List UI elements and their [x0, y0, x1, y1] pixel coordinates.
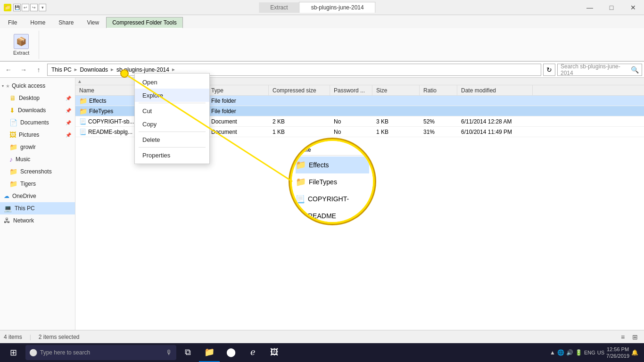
redo-btn[interactable]: ↪: [30, 4, 38, 11]
minimize-button[interactable]: —: [579, 0, 601, 15]
ribbon-extract-section: 📦 Extract: [4, 31, 39, 59]
sidebar-item-downloads[interactable]: ⬇ Downloads 📌: [0, 104, 75, 116]
refresh-button[interactable]: ↻: [543, 64, 555, 76]
ctx-open[interactable]: Open: [135, 75, 209, 89]
onedrive-icon: ☁: [4, 193, 9, 199]
ribbon-tabs: File Home Share View Compressed Folder T…: [0, 15, 644, 28]
col-header-ratio[interactable]: Ratio: [420, 85, 457, 95]
taskbar-time[interactable]: 12:56 PM 7/26/2019: [606, 346, 629, 360]
ctx-explore[interactable]: Explore: [135, 89, 209, 102]
sidebar-item-tigers[interactable]: 📁 Tigers: [0, 178, 75, 190]
view-list-btn[interactable]: ≡: [618, 332, 628, 342]
tab-view[interactable]: View: [81, 17, 105, 28]
sidebar-item-onedrive[interactable]: ☁ OneDrive: [0, 190, 75, 202]
path-downloads[interactable]: Downloads: [80, 66, 108, 73]
taskbar: ⊞ ⚪ Type here to search 🎙 ⧉ 📁 ⬤ ℯ 🖼 ▲ 🌐 …: [0, 343, 644, 362]
sidebar-label-screenshots: Screenshots: [20, 168, 52, 175]
taskbar-file-explorer[interactable]: 📁: [199, 343, 220, 362]
taskbar-network-icon[interactable]: 🌐: [557, 349, 564, 356]
chevron-icon: ▾: [2, 84, 4, 88]
mic-icon: 🎙: [166, 349, 173, 356]
tab-home[interactable]: Home: [24, 17, 51, 28]
sidebar-item-this-pc[interactable]: 💻 This PC: [0, 202, 75, 214]
file-cell-password-copyright: No: [330, 116, 372, 126]
undo-btn[interactable]: ↩: [22, 4, 29, 11]
col-header-password[interactable]: Password ...: [330, 85, 372, 95]
tab-file[interactable]: File: [2, 17, 23, 28]
col-header-type[interactable]: Type: [207, 85, 269, 95]
music-icon: ♪: [9, 156, 13, 163]
start-button[interactable]: ⊞: [2, 343, 25, 362]
file-cell-type-readme: Document: [207, 127, 269, 137]
up-button[interactable]: ↑: [32, 64, 45, 76]
pin-icon-downloads: 📌: [66, 108, 71, 113]
file-cell-ratio-copyright: 52%: [420, 116, 457, 126]
sidebar-quick-access[interactable]: ▾ ★ Quick access: [0, 80, 75, 92]
sidebar-item-desktop[interactable]: 🖥 Desktop 📌: [0, 92, 75, 104]
forward-button[interactable]: →: [17, 64, 30, 76]
col-header-size[interactable]: Size: [372, 85, 420, 95]
pin-icon-documents: 📌: [66, 120, 71, 125]
ctx-cut[interactable]: Cut: [135, 104, 209, 117]
taskbar-edge[interactable]: ℯ: [242, 343, 263, 362]
magnify-label-readme: README: [308, 212, 336, 220]
sidebar-item-screenshots[interactable]: 📁 Screenshots: [0, 165, 75, 178]
taskbar-notifications[interactable]: 🔔: [631, 349, 638, 356]
app-icon: 📁: [4, 4, 11, 11]
file-cell-size-readme: 1 KB: [372, 127, 420, 137]
tab-share[interactable]: Share: [52, 17, 80, 28]
sidebar-label-downloads: Downloads: [18, 107, 46, 114]
sidebar-label-growlr: growlr: [20, 144, 36, 150]
magnify-row-filetypes: 📁 FileTypes: [296, 173, 369, 190]
ctx-separator-1: [139, 103, 206, 103]
taskbar-task-view[interactable]: ⧉: [177, 343, 198, 362]
path-sep-1: ►: [74, 67, 78, 72]
window-controls: — □ ✕: [579, 0, 644, 15]
ctx-copy[interactable]: Copy: [135, 117, 209, 131]
path-this-pc[interactable]: This PC: [51, 66, 72, 73]
sidebar-label-music: Music: [16, 156, 30, 163]
view-grid-btn[interactable]: ⊞: [630, 332, 640, 342]
tab-extract[interactable]: Extract: [259, 2, 299, 13]
col-header-date[interactable]: Date modified: [457, 85, 533, 95]
ctx-delete[interactable]: Delete: [135, 133, 209, 146]
ctx-properties[interactable]: Properties: [135, 148, 209, 162]
quick-save-btn[interactable]: 💾: [13, 4, 21, 11]
sidebar-item-pictures[interactable]: 🖼 Pictures 📌: [0, 129, 75, 141]
back-button[interactable]: ←: [2, 64, 15, 76]
sidebar-item-music[interactable]: ♪ Music: [0, 153, 75, 165]
sidebar-label-network: Network: [13, 217, 34, 224]
file-cell-ratio-readme: 31%: [420, 127, 457, 137]
extract-button[interactable]: 📦 Extract: [9, 32, 33, 58]
taskbar-photos[interactable]: 🖼: [264, 343, 285, 362]
quick-access-label: Quick access: [12, 82, 45, 89]
tab-compressed-folder-tools[interactable]: Compressed Folder Tools: [106, 17, 183, 28]
close-button[interactable]: ✕: [622, 0, 644, 15]
title-bar: 📁 💾 ↩ ↪ ▾ Extract sb-plugins-june-2014 —…: [0, 0, 644, 15]
sidebar-item-documents[interactable]: 📄 Documents 📌: [0, 116, 75, 129]
tab-main[interactable]: sb-plugins-june-2014: [299, 2, 376, 13]
col-header-compressed[interactable]: Compressed size: [269, 85, 330, 95]
sidebar-item-growlr[interactable]: 📁 growlr: [0, 141, 75, 153]
magnify-row-copyright: 📃 COPYRIGHT-: [296, 190, 369, 207]
taskbar-volume-icon[interactable]: 🔊: [566, 349, 573, 356]
file-cell-date-readme: 6/10/2014 11:49 PM: [457, 127, 533, 137]
sidebar-item-network[interactable]: 🖧 Network: [0, 214, 75, 227]
sidebar-label-onedrive: OneDrive: [12, 193, 36, 199]
search-box[interactable]: Search sb-plugins-june-2014 🔍: [557, 64, 642, 76]
taskbar-search[interactable]: ⚪ Type here to search 🎙: [25, 345, 176, 360]
file-cell-compressed-copyright: 2 KB: [269, 116, 330, 126]
extract-icon: 📦: [14, 34, 29, 49]
highlight-dot: [120, 69, 129, 78]
maximize-button[interactable]: □: [601, 0, 622, 15]
file-cell-password-readme: No: [330, 127, 372, 137]
magnify-inner: Name 📁 Effects 📁 FileTypes 📃 COPYRIGHT- …: [292, 141, 373, 222]
taskbar-up-arrow[interactable]: ▲: [550, 349, 555, 356]
taskbar-battery-icon[interactable]: 🔋: [575, 349, 582, 356]
quick-access-toolbar: 💾 ↩ ↪ ▾: [13, 4, 46, 11]
dropdown-btn[interactable]: ▾: [39, 4, 46, 11]
taskbar-chrome[interactable]: ⬤: [221, 343, 241, 362]
folder-file-icon-filetypes: 📁: [79, 107, 87, 115]
taskbar-right: ▲ 🌐 🔊 🔋 ENG US 12:56 PM 7/26/2019 🔔: [550, 346, 642, 360]
file-cell-compressed-readme: 1 KB: [269, 127, 330, 137]
